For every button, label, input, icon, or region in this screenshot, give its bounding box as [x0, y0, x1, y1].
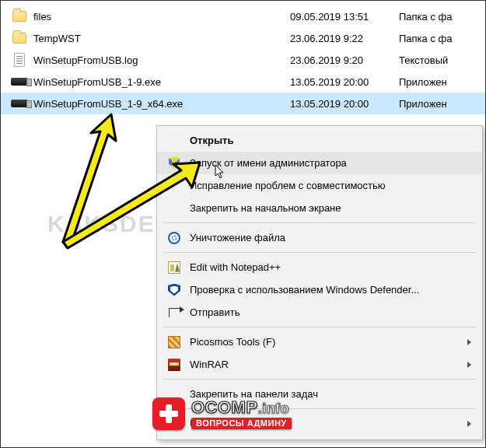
file-row[interactable]: files 09.05.2019 13:51 Папка с фа: [1, 5, 485, 27]
badge-brand: OCOMP: [191, 397, 258, 417]
badge-suffix: .info: [258, 401, 290, 416]
file-list: files 09.05.2019 13:51 Папка с фа TempWS…: [1, 1, 485, 114]
mouse-cursor-icon: [215, 164, 226, 180]
file-type: Текстовый: [399, 54, 485, 66]
winrar-icon: [166, 357, 182, 373]
menu-run-as-admin[interactable]: Запуск от имени администратора: [157, 152, 482, 174]
folder-icon: [10, 9, 29, 24]
picosmos-icon: [166, 334, 182, 350]
menu-compat-troubleshoot[interactable]: Исправление проблем с совместимостью: [157, 174, 482, 197]
chevron-right-icon: [467, 339, 471, 345]
badge-tagline: ВОПРОСЫ АДМИНУ: [191, 418, 292, 429]
blank-icon: [166, 201, 182, 216]
chevron-right-icon: [467, 362, 471, 368]
blank-icon: [166, 133, 182, 149]
blank-icon: [166, 178, 182, 194]
file-date: 23.06.2019 9:22: [290, 33, 399, 44]
file-name: files: [33, 11, 290, 23]
usb-exe-icon: [10, 74, 29, 89]
site-badge: OCOMP.info ВОПРОСЫ АДМИНУ: [152, 397, 292, 430]
text-file-icon: [10, 52, 29, 68]
file-type: Приложен: [399, 98, 485, 110]
file-date: 13.05.2019 20:00: [290, 76, 399, 88]
notepadpp-icon: [166, 260, 182, 275]
file-date: 09.05.2019 13:51: [290, 11, 399, 23]
file-row-selected[interactable]: WinSetupFromUSB_1-9_x64.exe 13.05.2019 2…: [1, 93, 485, 114]
usb-exe-icon: [10, 96, 29, 111]
file-row[interactable]: TempWST 23.06.2019 9:22 Папка с фа: [1, 27, 485, 49]
file-type: Папка с фа: [399, 11, 485, 23]
file-name: WinSetupFromUSB.log: [33, 54, 290, 66]
defender-icon: [166, 282, 182, 298]
menu-separator: [163, 379, 476, 380]
menu-pin-start[interactable]: Закрепить на начальном экране: [157, 197, 482, 219]
file-date: 23.06.2019 9:20: [290, 54, 399, 66]
shield-icon: [166, 156, 182, 171]
file-type: Папка с фа: [399, 33, 485, 44]
file-type: Приложен: [399, 76, 485, 88]
menu-picosmos[interactable]: Picosmos Tools (F): [157, 331, 482, 353]
recycle-icon: [166, 230, 182, 246]
badge-cross-icon: [152, 397, 185, 430]
file-name: TempWST: [33, 33, 290, 44]
share-icon: [166, 305, 182, 320]
file-name: WinSetupFromUSB_1-9_x64.exe: [33, 98, 290, 110]
menu-separator: [163, 327, 476, 327]
menu-winrar[interactable]: WinRAR: [157, 353, 482, 376]
menu-open[interactable]: Открыть: [157, 129, 482, 152]
chevron-right-icon: [467, 421, 471, 427]
file-row[interactable]: WinSetupFromUSB.log 23.06.2019 9:20 Текс…: [1, 49, 485, 71]
menu-edit-notepadpp[interactable]: Edit with Notepad++: [157, 256, 482, 278]
menu-defender-scan[interactable]: Проверка с использованием Windows Defend…: [157, 278, 482, 301]
menu-separator: [163, 222, 476, 223]
menu-shred-file[interactable]: Уничтожение файла: [157, 226, 482, 249]
file-name: WinSetupFromUSB_1-9.exe: [33, 76, 290, 88]
context-menu: Открыть Запуск от имени администратора И…: [156, 125, 483, 440]
menu-send-to[interactable]: Отправить: [157, 301, 482, 324]
file-row[interactable]: WinSetupFromUSB_1-9.exe 13.05.2019 20:00…: [1, 71, 485, 93]
file-date: 13.05.2019 20:00: [290, 98, 399, 110]
menu-separator: [163, 252, 476, 253]
folder-icon: [10, 30, 29, 46]
